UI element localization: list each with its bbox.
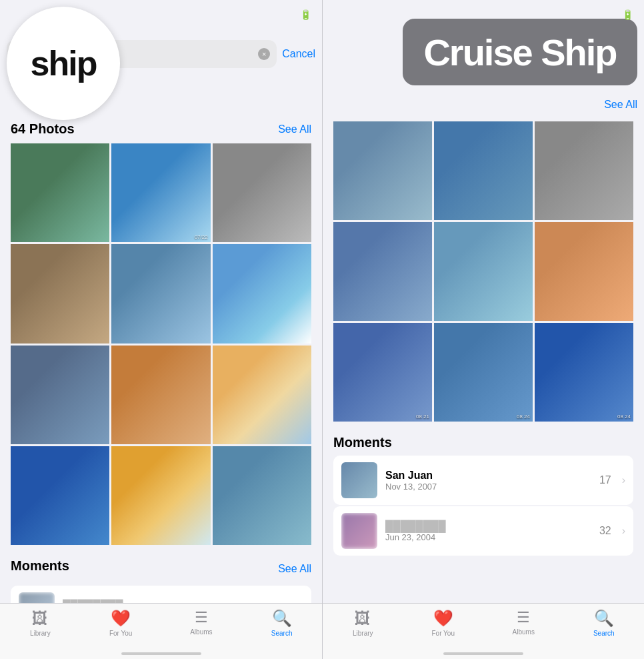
tab-bar-left: 🖼 Library ❤️ For You ☰ Albums 🔍 Search xyxy=(0,603,322,659)
tab-search-label-left: Search xyxy=(271,630,293,637)
photos-section-header-left: 64 Photos See All xyxy=(11,121,311,137)
tab-search-left[interactable]: 🔍 Search xyxy=(241,609,322,637)
photo-grid-left: 07/22 xyxy=(11,143,311,545)
chevron-icon-jun2004: › xyxy=(622,525,625,537)
moments-title-right: Moments xyxy=(333,435,633,450)
photo-cell[interactable] xyxy=(11,346,109,444)
tab-foryou-label-right: For You xyxy=(432,630,455,637)
photo-cell[interactable] xyxy=(213,346,311,444)
tab-search-right[interactable]: 🔍 Search xyxy=(564,609,645,637)
photo-cell[interactable] xyxy=(213,143,311,242)
photo-cell[interactable] xyxy=(434,222,533,321)
battery-icon-right: 🔋 xyxy=(622,9,633,20)
moment-name-jun2004: ████████ xyxy=(385,520,591,532)
clear-icon-left: × xyxy=(262,50,266,58)
moment-row-left[interactable]: ████████ Feb 3 - 4, 2019 23 › xyxy=(11,586,311,603)
home-indicator-right xyxy=(443,652,523,655)
photos-count-left: 64 Photos xyxy=(11,121,75,137)
cruise-bubble-text: Cruise Ship xyxy=(423,31,616,74)
tab-foryou-label-left: For You xyxy=(109,630,132,637)
content-area-right: 08 21 08 24 08 24 Moments San Juan Nov 1… xyxy=(323,119,644,603)
content-area-left: 64 Photos See All 07/22 Moments See All xyxy=(0,119,322,603)
photo-cell[interactable] xyxy=(213,446,311,545)
moment-thumb-san-juan xyxy=(341,462,377,498)
tab-library-right[interactable]: 🖼 Library xyxy=(323,609,403,637)
moment-thumb-img-left xyxy=(19,592,55,603)
photo-cell[interactable] xyxy=(111,346,210,444)
moment-name-san-juan: San Juan xyxy=(385,470,591,482)
tab-albums-label-left: Albums xyxy=(190,628,212,636)
see-all-photos-left[interactable]: See All xyxy=(278,123,311,135)
moment-row-san-juan[interactable]: San Juan Nov 13, 2007 17 › xyxy=(333,456,633,505)
photo-cell[interactable] xyxy=(535,121,633,220)
moment-thumb-jun2004 xyxy=(341,513,377,549)
see-all-right[interactable]: See All xyxy=(604,99,637,111)
photo-cell[interactable]: 08 24 xyxy=(434,323,533,422)
search-tab-icon-left: 🔍 xyxy=(272,609,292,628)
tab-albums-left[interactable]: ☰ Albums xyxy=(161,609,242,636)
moment-count-san-juan: 17 xyxy=(599,474,611,486)
moment-date-jun2004: Jun 23, 2004 xyxy=(385,532,591,542)
moment-thumb-img-san-juan xyxy=(341,462,377,498)
tab-albums-right[interactable]: ☰ Albums xyxy=(483,609,564,636)
photo-cell[interactable] xyxy=(213,244,311,343)
photo-cell[interactable] xyxy=(333,222,432,321)
albums-icon-left: ☰ xyxy=(195,609,208,626)
tab-bar-right: 🖼 Library ❤️ For You ☰ Albums 🔍 Search xyxy=(323,603,644,659)
status-bar-right: 🔋 xyxy=(323,0,644,29)
clear-button-left[interactable]: × xyxy=(258,48,270,60)
photo-cell[interactable]: 08 21 xyxy=(333,323,432,422)
tab-search-label-right: Search xyxy=(593,630,615,637)
albums-icon-right: ☰ xyxy=(517,609,530,626)
chevron-icon-san-juan: › xyxy=(622,474,625,486)
search-bar-row-right: See All xyxy=(323,99,644,111)
foryou-icon-left: ❤️ xyxy=(111,609,131,628)
moment-thumb-left xyxy=(19,592,55,603)
photo-cell[interactable] xyxy=(111,244,210,343)
see-all-moments-left[interactable]: See All xyxy=(278,563,311,575)
photo-cell[interactable] xyxy=(535,222,633,321)
moment-row-jun2004[interactable]: ████████ Jun 23, 2004 32 › xyxy=(333,506,633,556)
battery-icon-left: 🔋 xyxy=(300,9,311,20)
moments-section-header-left: Moments See All xyxy=(11,558,311,579)
moment-count-jun2004: 32 xyxy=(599,525,611,537)
home-indicator-left xyxy=(121,652,201,655)
moment-info-jun2004: ████████ Jun 23, 2004 xyxy=(385,520,591,542)
foryou-icon-right: ❤️ xyxy=(433,609,453,628)
tab-library-label-left: Library xyxy=(30,630,51,637)
tab-albums-label-right: Albums xyxy=(513,628,535,636)
right-phone-panel: 🔋 Cruise Ship See All 08 21 08 24 08 24 … xyxy=(322,0,644,659)
moment-date-san-juan: Nov 13, 2007 xyxy=(385,482,591,492)
photo-cell[interactable] xyxy=(11,244,109,343)
photo-cell[interactable] xyxy=(333,121,432,220)
photo-cell[interactable]: 08 24 xyxy=(535,323,633,422)
tab-foryou-left[interactable]: ❤️ For You xyxy=(81,609,161,637)
status-bar-left: 🔋 xyxy=(0,0,322,29)
library-icon-left: 🖼 xyxy=(32,609,48,628)
tab-library-label-right: Library xyxy=(353,630,373,637)
search-tab-icon-right: 🔍 xyxy=(594,609,614,628)
photo-cell[interactable] xyxy=(11,446,109,545)
photo-cell[interactable] xyxy=(11,143,109,242)
tab-foryou-right[interactable]: ❤️ For You xyxy=(403,609,484,637)
moment-info-san-juan: San Juan Nov 13, 2007 xyxy=(385,470,591,492)
tab-library-left[interactable]: 🖼 Library xyxy=(0,609,81,637)
photo-cell[interactable] xyxy=(111,446,210,545)
library-icon-right: 🖼 xyxy=(355,609,371,628)
ship-bubble-text: ship xyxy=(31,43,97,83)
moments-title-left: Moments xyxy=(11,558,69,574)
cancel-link-left[interactable]: Cancel xyxy=(282,48,315,60)
photo-cell[interactable] xyxy=(434,121,533,220)
left-phone-panel: 🔋 ship 🔍 × Cancel 64 Photos See All 07/2… xyxy=(0,0,322,659)
moment-thumb-img-jun2004 xyxy=(341,513,377,549)
photo-cell[interactable]: 07/22 xyxy=(111,143,210,242)
photo-grid-right: 08 21 08 24 08 24 xyxy=(333,121,633,422)
